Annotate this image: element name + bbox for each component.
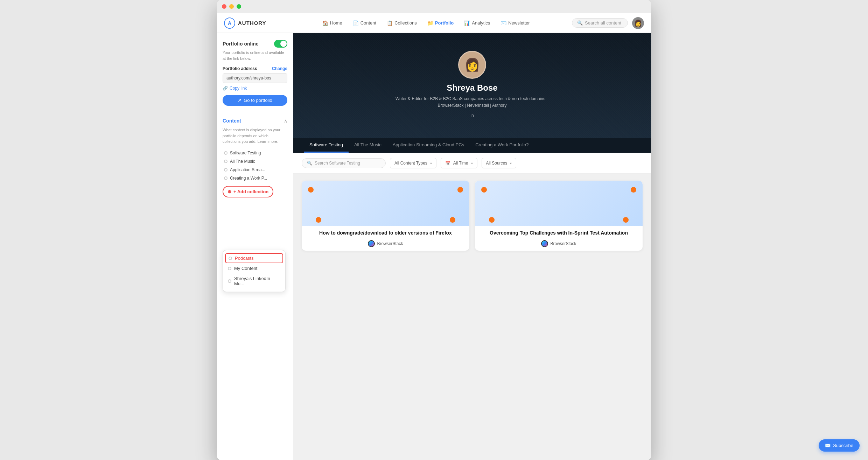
collection-dot (224, 168, 227, 172)
content-grid: How to downgrade/download to older versi… (293, 174, 651, 258)
content-types-filter[interactable]: All Content Types ▾ (390, 158, 436, 168)
orange-dot (631, 187, 636, 193)
subscribe-button[interactable]: ✉️ Subscribe (819, 439, 860, 452)
hero-avatar: 👩 (458, 51, 486, 79)
orange-dot (457, 187, 463, 193)
content-section-header: Content ∧ (223, 118, 287, 124)
newsletter-icon: ✉️ (500, 20, 506, 26)
nav-newsletter[interactable]: ✉️ Newsletter (496, 18, 534, 28)
orange-dot (623, 217, 629, 223)
nav-collections[interactable]: 📋 Collections (383, 18, 421, 28)
close-btn[interactable] (222, 4, 226, 9)
card-title: Overcoming Top Challenges with In-Sprint… (475, 226, 643, 239)
user-avatar[interactable]: 👩 (632, 17, 644, 29)
collection-dot (224, 160, 227, 163)
orange-dot (450, 217, 455, 223)
tab-creating-work[interactable]: Creating a Work Portfolio? (470, 138, 534, 153)
collection-item-app-streaming[interactable]: Application Strea... (223, 166, 287, 174)
sidebar: Portfolio online Your portfolio is onlin… (217, 33, 293, 460)
source-logo (541, 240, 548, 247)
nav-home[interactable]: 🏠 Home (318, 18, 346, 28)
tab-all-the-music[interactable]: All The Music (349, 138, 387, 153)
collection-item-all-the-music[interactable]: All The Music (223, 157, 287, 166)
minimize-btn[interactable] (229, 4, 234, 9)
calendar-icon: 📅 (445, 161, 450, 166)
card-source: BrowserStack (475, 239, 643, 251)
portfolio-online-label: Portfolio online (223, 41, 259, 47)
nav-links: 🏠 Home 📄 Content 📋 Collections 📁 Portfol… (280, 18, 572, 28)
maximize-btn[interactable] (237, 4, 241, 9)
content-search[interactable]: 🔍 Search Software Testing (302, 158, 386, 168)
filter-bar: 🔍 Search Software Testing All Content Ty… (293, 153, 651, 174)
global-search[interactable]: 🔍 Search all content (572, 18, 628, 28)
content-section-title: Content (223, 118, 241, 124)
content-card[interactable]: How to downgrade/download to older versi… (302, 181, 469, 251)
dropdown-item-podcasts[interactable]: Podcasts (225, 253, 283, 263)
collections-icon: 📋 (387, 20, 393, 26)
content-section-desc: What content is displayed on your portfo… (223, 127, 287, 145)
hero-linkedin[interactable]: in (470, 113, 474, 118)
hero-description: Writer & Editor for B2B & B2C SaaS compa… (388, 96, 556, 109)
plus-icon: ⊕ (227, 189, 231, 194)
portfolio-desc: Your portfolio is online and available a… (223, 50, 287, 61)
nav-portfolio[interactable]: 📁 Portfolio (423, 18, 458, 28)
collection-dot-shreya-linkedin (228, 279, 231, 283)
mac-window: A AUTHORY 🏠 Home 📄 Content 📋 Collections (217, 0, 651, 460)
portfolio-tabs: Software Testing All The Music Applicati… (293, 138, 651, 153)
collection-item-software-testing[interactable]: Software Testing (223, 149, 287, 157)
logo-icon: A (224, 18, 235, 29)
chevron-down-icon: ▾ (430, 161, 432, 165)
home-icon: 🏠 (322, 20, 328, 26)
body-layout: Portfolio online Your portfolio is onlin… (217, 33, 651, 460)
source-logo (368, 240, 375, 247)
sources-filter[interactable]: All Sources ▾ (482, 158, 517, 168)
orange-dot (489, 217, 495, 223)
sidebar-divider (223, 113, 287, 113)
hero-name: Shreya Bose (447, 83, 497, 93)
nav-analytics[interactable]: 📊 Analytics (460, 18, 494, 28)
nav-content[interactable]: 📄 Content (349, 18, 381, 28)
tab-software-testing[interactable]: Software Testing (304, 138, 349, 153)
mac-titlebar (217, 0, 651, 13)
collection-dropdown: Podcasts My Content Shreya's LinkedIn Mu… (223, 250, 286, 292)
portfolio-online-row: Portfolio online (223, 40, 287, 48)
logo-area: A AUTHORY (224, 18, 266, 29)
logo-text: AUTHORY (238, 20, 266, 26)
collection-item-creating-work[interactable]: Creating a Work P... (223, 174, 287, 182)
add-collection-button[interactable]: ⊕ + Add collection (223, 186, 273, 197)
search-icon: 🔍 (577, 20, 583, 26)
source-name: BrowserStack (377, 241, 403, 246)
top-nav: A AUTHORY 🏠 Home 📄 Content 📋 Collections (217, 13, 651, 33)
card-title: How to downgrade/download to older versi… (302, 226, 469, 239)
tab-app-streaming[interactable]: Application Streaming & Cloud PCs (387, 138, 470, 153)
content-card[interactable]: Overcoming Top Challenges with In-Sprint… (475, 181, 643, 251)
orange-dot (308, 187, 314, 193)
orange-dot (481, 187, 487, 193)
hero-banner: 👩 Shreya Bose Writer & Editor for B2B & … (293, 33, 651, 138)
time-filter[interactable]: 📅 All Time ▾ (441, 158, 477, 168)
dropdown-item-shreya-linkedin[interactable]: Shreya's LinkedIn Mu... (223, 273, 285, 289)
chevron-down-icon: ▾ (510, 161, 512, 165)
portfolio-address-header: Portfolio address Change (223, 66, 287, 71)
external-link-icon: ↗ (238, 98, 241, 103)
dropdown-item-my-content[interactable]: My Content (223, 263, 285, 273)
collection-dot-my-content (228, 267, 231, 270)
collapse-icon[interactable]: ∧ (284, 118, 287, 124)
portfolio-toggle[interactable] (274, 40, 287, 48)
card-background (475, 181, 643, 226)
card-background (302, 181, 469, 226)
collection-dot (224, 151, 227, 155)
change-address-link[interactable]: Change (272, 66, 287, 71)
link-icon: 🔗 (223, 86, 228, 91)
portfolio-icon: 📁 (427, 20, 433, 26)
analytics-icon: 📊 (464, 20, 470, 26)
address-box: authory.com/shreya-bos (223, 73, 287, 83)
main-content: 👩 Shreya Bose Writer & Editor for B2B & … (293, 33, 651, 460)
app-layout: A AUTHORY 🏠 Home 📄 Content 📋 Collections (217, 13, 651, 460)
go-to-portfolio-button[interactable]: ↗ Go to portfolio (223, 95, 287, 106)
collection-dot (224, 176, 227, 180)
search-icon: 🔍 (307, 161, 312, 166)
collection-dot-podcasts (229, 257, 232, 260)
copy-link-button[interactable]: 🔗 Copy link (223, 86, 287, 91)
mail-icon: ✉️ (825, 443, 831, 448)
